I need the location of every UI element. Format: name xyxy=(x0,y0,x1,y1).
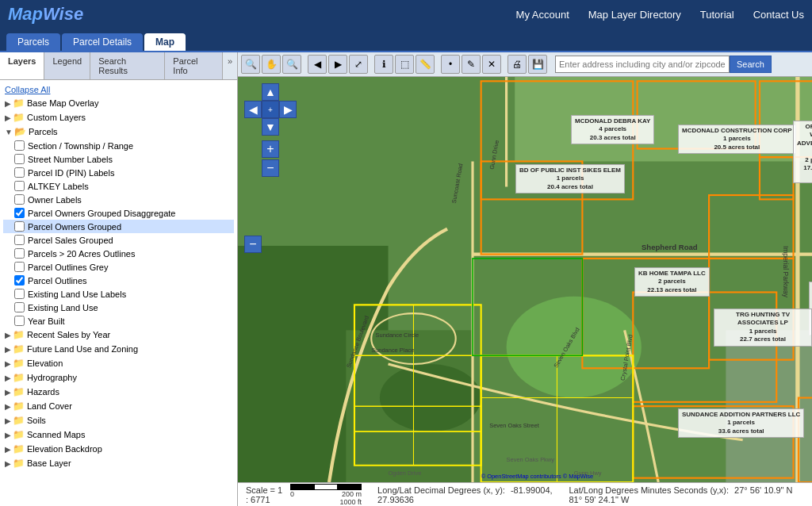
logo: MapWise xyxy=(8,4,83,25)
pan-button[interactable]: ✋ xyxy=(262,55,281,74)
clear-button[interactable]: ✕ xyxy=(482,55,501,74)
layer-custom-layers[interactable]: ▶ 📁 Custom Layers xyxy=(3,110,234,125)
layer-altkey[interactable]: ALTKEY Labels xyxy=(3,179,234,193)
layer-owner-labels[interactable]: Owner Labels xyxy=(3,193,234,206)
scale-text: Scale = 1 : 6771 xyxy=(246,485,284,504)
svg-text:Shepherd Road: Shepherd Road xyxy=(642,243,698,251)
folder-icon: 📁 xyxy=(13,415,25,426)
layer-hazards[interactable]: ▶ 📁 Hazards xyxy=(3,385,234,399)
sidebar-collapse-toggle[interactable]: » xyxy=(223,52,237,79)
nav-contact-us[interactable]: Contact Us xyxy=(753,9,804,21)
measure-button[interactable]: 📏 xyxy=(416,55,435,74)
zoom-out-left-button[interactable]: − xyxy=(244,236,262,253)
pan-center-button[interactable]: + xyxy=(262,101,279,118)
layer-base-layer[interactable]: ▶ 📁 Base Layer xyxy=(3,456,234,470)
point-button[interactable]: • xyxy=(441,55,460,74)
nav-map-layer-directory[interactable]: Map Layer Directory xyxy=(588,9,681,21)
layer-label: Street Number Labels xyxy=(28,155,113,164)
nav-tutorial[interactable]: Tutorial xyxy=(700,9,734,21)
layer-checkbox[interactable] xyxy=(14,289,25,299)
parcel-label-kb-home[interactable]: KB HOME TAMPA LLC2 parcels22.13 acres to… xyxy=(634,267,710,297)
layer-elevation-backdrop[interactable]: ▶ 📁 Elevation Backdrop xyxy=(3,442,234,456)
parcel-label-off-the-wall[interactable]: OFF THE WALL ADVENTURES INC2 parcels17.4… xyxy=(793,121,812,183)
print-button[interactable]: 🖨 xyxy=(508,55,527,74)
tab-parcels[interactable]: Parcels xyxy=(6,33,60,51)
layer-elevation[interactable]: ▶ 📁 Elevation xyxy=(3,356,234,370)
layer-parcel-id[interactable]: Parcel ID (PIN) Labels xyxy=(3,166,234,179)
layer-checkbox[interactable] xyxy=(14,235,25,245)
layer-hydrography[interactable]: ▶ 📁 Hydrography xyxy=(3,370,234,385)
expand-icon: ▶ xyxy=(5,388,11,397)
pan-north-button[interactable]: ▲ xyxy=(262,83,279,101)
tab-map[interactable]: Map xyxy=(144,33,186,51)
layer-year-built[interactable]: Year Built xyxy=(3,314,234,328)
zoom-out-button[interactable]: 🔍 xyxy=(282,55,301,74)
sidebar-tab-layers[interactable]: Layers xyxy=(0,52,44,79)
pan-south-button[interactable]: ▼ xyxy=(262,118,279,136)
identify-button[interactable]: ℹ xyxy=(374,55,393,74)
zoom-in-button[interactable]: 🔍 xyxy=(241,55,260,74)
layer-checkbox[interactable] xyxy=(14,275,25,286)
layer-parcel-outlines-grey[interactable]: Parcel Outlines Grey xyxy=(3,260,234,274)
zoom-out-nav-button[interactable]: − xyxy=(262,159,279,177)
layer-parcels-20-acres[interactable]: Parcels > 20 Acres Outlines xyxy=(3,247,234,260)
polyline-button[interactable]: ✎ xyxy=(462,55,481,74)
export-button[interactable]: 💾 xyxy=(528,55,547,74)
layer-checkbox[interactable] xyxy=(14,302,25,312)
layer-parcel-outlines[interactable]: Parcel Outlines xyxy=(3,274,234,287)
layer-checkbox[interactable] xyxy=(14,181,25,191)
layer-land-cover[interactable]: ▶ 📁 Land Cover xyxy=(3,399,234,413)
parcel-label-bd-public[interactable]: BD OF PUBLIC INST SIKES ELEM1 parcels20.… xyxy=(515,164,625,194)
search-button[interactable]: Search xyxy=(730,56,772,73)
collapse-all-link[interactable]: Collapse All xyxy=(3,83,234,96)
layer-recent-sales[interactable]: ▶ 📁 Recent Sales by Year xyxy=(3,328,234,342)
sidebar-tab-search-results[interactable]: Search Results xyxy=(90,52,165,79)
parcel-label-trg[interactable]: TRG HUNTING TV ASSOCIATES LP1 parcels22.… xyxy=(714,309,812,347)
layer-existing-land-use[interactable]: Existing Land Use xyxy=(3,301,234,314)
layer-parcels[interactable]: ▼ 📂 Parcels xyxy=(3,125,234,139)
forward-button[interactable]: ▶ xyxy=(328,55,347,74)
label-text: MCDONALD CONSTRUCTION CORP1 parcels20.5 … xyxy=(682,127,792,151)
layer-parcel-owners-grouped[interactable]: Parcel Owners Grouped xyxy=(3,220,234,233)
layer-checkbox[interactable] xyxy=(14,194,25,205)
parcel-label-mcdonald-debra[interactable]: MCDONALD DEBRA KAY4 parcels20.3 acres to… xyxy=(571,115,654,144)
layer-label: Future Land Use and Zoning xyxy=(27,344,138,354)
layer-street-number[interactable]: Street Number Labels xyxy=(3,152,234,166)
layer-checkbox[interactable] xyxy=(14,140,25,151)
pan-west-button[interactable]: ◀ xyxy=(244,101,262,118)
parcel-label-mcdonald-construction[interactable]: MCDONALD CONSTRUCTION CORP1 parcels20.5 … xyxy=(678,125,796,154)
scale-labels-ft: 1000 ft xyxy=(290,498,362,506)
expand-icon: ▶ xyxy=(5,359,11,368)
tab-parcel-details[interactable]: Parcel Details xyxy=(62,33,143,51)
layer-checkbox[interactable] xyxy=(14,262,25,272)
layer-checkbox[interactable] xyxy=(14,248,25,259)
layer-parcel-sales-grouped[interactable]: Parcel Sales Grouped xyxy=(3,233,234,247)
layer-scanned-maps[interactable]: ▶ 📁 Scanned Maps xyxy=(3,427,234,442)
select-button[interactable]: ⬚ xyxy=(395,55,414,74)
zoom-to-button[interactable]: ⤢ xyxy=(349,55,368,74)
back-button[interactable]: ◀ xyxy=(308,55,327,74)
layer-base-map-overlay[interactable]: ▶ 📁 Base Map Overlay xyxy=(3,96,234,110)
sidebar-tab-legend[interactable]: Legend xyxy=(44,52,90,79)
map-canvas[interactable]: Shepherd Road Imperial Parkway Sundance … xyxy=(238,77,812,482)
layer-checkbox[interactable] xyxy=(14,154,25,164)
layer-checkbox[interactable] xyxy=(14,221,25,232)
layer-checkbox[interactable] xyxy=(14,208,25,218)
folder-icon: 📁 xyxy=(13,343,25,355)
layer-section-township[interactable]: Section / Township / Range xyxy=(3,139,234,152)
sidebar-tab-parcel-info[interactable]: Parcel Info xyxy=(165,52,223,79)
layer-future-land-use[interactable]: ▶ 📁 Future Land Use and Zoning xyxy=(3,342,234,356)
search-box: Search xyxy=(555,56,772,73)
nav-my-account[interactable]: My Account xyxy=(516,9,569,21)
map-toolbar: 🔍 ✋ 🔍 ◀ ▶ ⤢ ℹ ⬚ 📏 • ✎ ✕ 🖨 💾 Search xyxy=(238,52,812,77)
zoom-in-nav-button[interactable]: + xyxy=(262,140,279,158)
folder-icon: 📁 xyxy=(13,386,25,397)
pan-east-button[interactable]: ▶ xyxy=(279,101,297,118)
layer-soils[interactable]: ▶ 📁 Soils xyxy=(3,413,234,427)
layer-parcel-owners-disaggregate[interactable]: Parcel Owners Grouped Disaggregate xyxy=(3,206,234,220)
layer-checkbox[interactable] xyxy=(14,167,25,178)
layer-existing-land-use-labels[interactable]: Existing Land Use Labels xyxy=(3,287,234,301)
parcel-label-sundance[interactable]: SUNDANCE ADDITION PARTNERS LLC1 parcels3… xyxy=(678,408,804,438)
address-search-input[interactable] xyxy=(555,56,730,73)
layer-checkbox[interactable] xyxy=(14,316,25,326)
